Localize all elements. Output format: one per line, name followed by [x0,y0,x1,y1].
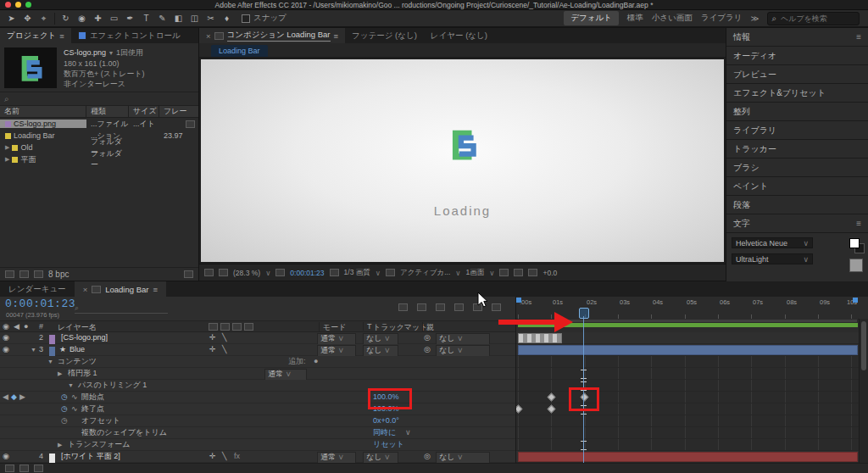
offset-value[interactable]: 0x+0.0° [373,415,399,427]
prev-keyframe-icon[interactable]: ◀ [3,392,8,403]
project-search-row[interactable]: ⌕ [0,92,198,106]
column-name[interactable]: 名前 [0,106,86,117]
panel-paint[interactable]: ペイント [726,177,868,196]
snapshot-icon[interactable] [330,269,339,276]
label-color-swatch[interactable] [5,121,11,127]
track-matte-dropdown[interactable]: なし ∨ [363,333,398,345]
panel-tracker[interactable]: トラッカー [726,140,868,159]
workspace-tab-library[interactable]: ライブラリ [701,13,743,24]
layer-bar-white-solid[interactable] [518,452,858,462]
property-row-transform[interactable]: ▶ トランスフォーム リセット [0,439,515,451]
draft-3d-icon[interactable] [417,303,426,311]
composition-canvas[interactable]: Loading [201,59,724,262]
twirl-icon[interactable]: ▶ [5,144,9,151]
bit-depth-label[interactable]: 8 bpc [48,270,69,279]
chevron-down-icon[interactable]: ∨ [376,269,381,277]
track-matte-dropdown[interactable]: なし ∨ [363,452,398,464]
panel-menu-icon[interactable]: ≡ [856,32,861,42]
expand-transfer-controls-icon[interactable] [19,465,29,472]
lane-ellipse[interactable] [516,368,860,380]
quality-switch-icon[interactable]: ╲ [222,451,226,463]
label-color-swatch[interactable] [5,133,11,139]
panel-info[interactable]: 情報≡ [726,28,868,47]
layer-bar-blue[interactable] [518,345,858,355]
column-type[interactable]: 種類 [86,106,129,117]
roto-brush-tool-icon[interactable]: ✂ [203,14,219,23]
font-family-dropdown[interactable]: Helvetica Neue∨ [732,237,813,248]
keyframe-diamond[interactable] [548,393,556,402]
property-row-offset[interactable]: ◷ オフセット 0x+0.0° [0,415,515,427]
help-search-box[interactable]: ⌕ [767,12,860,25]
current-timecode[interactable]: 0:00:01:23 [5,298,75,310]
project-row-solids-folder[interactable]: ▶平面 フォルダー [0,153,198,165]
timeline-button-icon[interactable] [528,269,537,276]
twirl-closed-icon[interactable]: ▶ [58,439,62,451]
track-matte-dropdown[interactable]: なし ∨ [363,345,398,357]
roi-icon[interactable] [386,269,395,276]
lane-start[interactable] [516,392,860,403]
timeline-lanes[interactable] [516,332,860,463]
chevron-down-icon[interactable]: ▼ [108,50,114,56]
viewer-timecode[interactable]: 0:00:01:23 [290,269,324,277]
tab-layer[interactable]: レイヤー (なし) [424,28,494,43]
chevron-down-icon[interactable]: ∨ [265,269,270,277]
lane-end[interactable] [516,403,860,415]
eye-icon[interactable]: ◉ [3,332,9,344]
frame-blending-icon[interactable] [454,303,464,311]
column-frame[interactable]: フレー [159,106,192,117]
view-layout-value[interactable]: 1画面 [465,268,484,278]
blend-mode-dropdown[interactable]: 通常 ∨ [317,345,356,357]
snap-checkbox[interactable] [242,14,250,23]
eye-icon[interactable]: ◉ [3,344,9,356]
parent-pickwhip-icon[interactable]: ◎ [424,332,431,344]
tab-footage[interactable]: フッテージ (なし) [345,28,424,43]
trim-multiple-value[interactable]: 同時に [373,427,396,439]
parent-pickwhip-icon[interactable]: ◎ [424,344,431,356]
layer-row-cs-logo[interactable]: ◉ 2 [CS-logo.png] ✛ ╲ 通常 ∨ なし ∨ ◎ なし ∨ [0,332,515,344]
parent-dropdown[interactable]: なし ∨ [436,333,490,345]
graph-editor-icon[interactable] [492,303,501,311]
expand-layer-switches-icon[interactable] [5,465,14,472]
workspace-tab-standard[interactable]: 標準 [627,13,643,24]
shape-tool-icon[interactable]: ▭ [106,14,122,23]
lane-transform[interactable] [516,439,860,451]
blend-mode-dropdown[interactable]: 通常 ∨ [317,333,356,345]
footage-thumbnail[interactable] [4,47,57,88]
blend-mode-dropdown[interactable]: 通常 ∨ [317,452,356,464]
panel-paragraph[interactable]: 段落 [726,196,868,214]
column-size[interactable]: サイズ [129,106,159,117]
keyframe-diamond[interactable] [548,405,556,414]
fast-previews-icon[interactable] [514,269,523,276]
layer-bar-cs-logo[interactable] [518,333,562,343]
stopwatch-icon[interactable]: ◷ [61,403,68,415]
fill-color-swatch[interactable] [849,238,860,248]
rotation-tool-icon[interactable]: ↻ [58,14,74,23]
close-icon[interactable]: × [83,285,88,294]
lane-contents[interactable] [516,356,860,368]
playhead[interactable] [579,308,589,319]
lane-offset[interactable] [516,415,860,427]
tab-timeline-loading-bar[interactable]: × Loading Bar ≡ [75,281,166,297]
ellipse-blend-mode-dropdown[interactable]: 通常 ∨ [264,369,307,381]
layer-name[interactable]: [ホワイト 平面 2] [61,451,120,463]
label-color-swatch[interactable] [12,145,18,151]
workspace-tab-default[interactable]: デフォルト [564,11,619,25]
parent-dropdown[interactable]: なし ∨ [436,345,490,357]
resolution-value[interactable]: 1/3 画質 [344,268,370,278]
camera-tool-icon[interactable]: ◉ [74,14,90,23]
magnification-value[interactable]: (28.3 %) [233,269,260,277]
shy-switch-icon[interactable]: ✛ [209,332,216,344]
property-row-trim-multiple[interactable]: 複数のシェイプをトリム 同時に ∨ [0,427,515,439]
new-folder-icon[interactable] [19,270,29,278]
eye-icon[interactable]: ◉ [3,451,9,463]
eraser-tool-icon[interactable]: ◫ [186,14,203,23]
selection-tool-icon[interactable]: ➤ [3,14,19,23]
help-search-input[interactable] [779,14,855,24]
pen-tool-icon[interactable]: ✒ [122,14,138,23]
comp-mini-flowchart-icon[interactable] [398,303,408,311]
panel-menu-icon[interactable]: ≡ [59,31,64,41]
viewer-tab-loading-bar[interactable]: Loading Bar [211,45,268,57]
chevron-down-icon[interactable]: ∨ [489,269,494,277]
column-number[interactable]: # [39,322,43,331]
twirl-icon[interactable]: ▶ [5,156,9,163]
